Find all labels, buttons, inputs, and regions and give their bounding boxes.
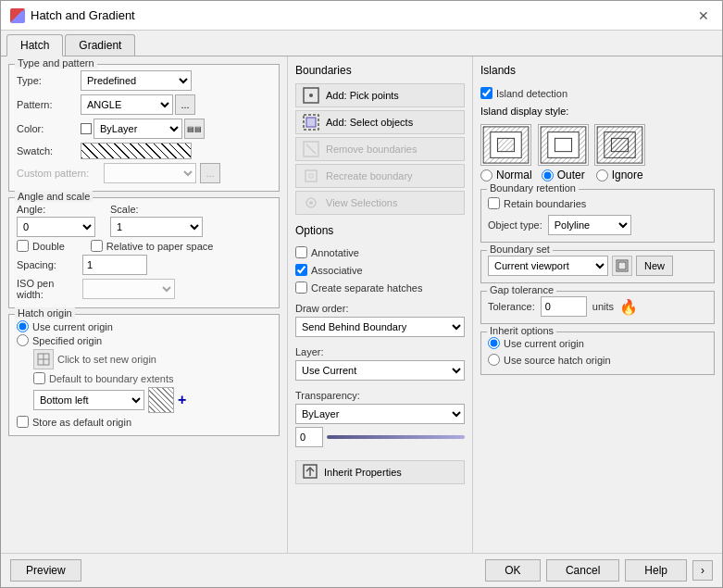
object-type-select[interactable]: Polyline <box>548 215 631 235</box>
transparency-select[interactable]: ByLayer <box>295 404 465 424</box>
main-content: Type and pattern Type: Predefined Patter… <box>1 56 722 553</box>
tab-gradient[interactable]: Gradient <box>65 34 135 56</box>
use-source-hatch-radio-row: Use source hatch origin <box>488 354 707 366</box>
add-select-label: Add: Select objects <box>326 117 413 128</box>
boundary-set-select[interactable]: Current viewport <box>488 256 608 276</box>
dialog: Hatch and Gradient ✕ Hatch Gradient Type… <box>0 0 723 588</box>
island-normal-preview <box>480 124 531 166</box>
add-pick-label: Add: Pick points <box>326 90 399 101</box>
double-relative-row: Double Relative to paper space <box>17 240 271 252</box>
spacing-input[interactable] <box>82 255 147 275</box>
island-ignore-option: Ignore <box>594 124 645 181</box>
layer-select[interactable]: Use Current <box>295 360 465 381</box>
associative-checkbox[interactable] <box>295 264 307 276</box>
boundary-set-section: Boundary set Current viewport New <box>480 250 715 283</box>
type-row: Type: Predefined <box>17 70 271 91</box>
scroll-right-button[interactable]: › <box>692 560 713 581</box>
pick-points-icon <box>302 86 320 105</box>
normal-label-row: Normal <box>480 169 532 181</box>
cancel-button[interactable]: Cancel <box>546 559 619 582</box>
options-header: Options <box>295 224 465 237</box>
svg-point-10 <box>309 201 313 205</box>
remove-boundaries-icon <box>302 140 320 158</box>
iso-select[interactable] <box>82 279 175 299</box>
recreate-boundary-button[interactable]: Recreate boundary <box>295 164 465 188</box>
store-default-checkbox[interactable] <box>17 416 29 428</box>
draw-order-select[interactable]: Send Behind Boundary <box>295 317 465 337</box>
remove-boundaries-button[interactable]: Remove boundaries <box>295 137 465 161</box>
set-origin-button[interactable] <box>33 349 54 369</box>
island-detection-checkbox[interactable] <box>480 87 492 99</box>
inherit-current-label: Use current origin <box>504 338 584 349</box>
use-current-radio-row: Use current origin <box>17 320 271 332</box>
help-button[interactable]: Help <box>625 559 687 582</box>
relative-checkbox[interactable] <box>91 240 103 252</box>
middle-panel: Boundaries Add: Pick points <box>288 56 473 553</box>
type-pattern-section: Type and pattern Type: Predefined Patter… <box>8 64 280 192</box>
retain-boundaries-label: Retain boundaries <box>504 198 586 209</box>
recreate-boundary-icon <box>302 167 320 185</box>
custom-pattern-select[interactable] <box>104 163 196 183</box>
double-label: Double <box>32 241 65 252</box>
close-button[interactable]: ✕ <box>694 6 713 25</box>
color-extra-button[interactable]: ▤▤ <box>184 119 205 139</box>
add-pick-points-button[interactable]: Add: Pick points <box>295 83 465 107</box>
transparency-value-input[interactable] <box>295 427 323 447</box>
app-icon <box>10 8 25 23</box>
swatch-label: Swatch: <box>17 145 77 156</box>
angle-select[interactable]: 0 <box>17 217 95 237</box>
add-select-objects-button[interactable]: Add: Select objects <box>295 110 465 134</box>
specified-radio[interactable] <box>17 334 29 346</box>
normal-label: Normal <box>496 169 532 181</box>
islands-section: Islands Island detection Island display … <box>480 64 715 181</box>
island-ignore-preview <box>594 124 645 166</box>
preview-button[interactable]: Preview <box>10 559 81 582</box>
layer-section: Layer: Use Current <box>295 346 465 381</box>
store-default-row: Store as default origin <box>17 416 271 428</box>
click-set-origin-row: Click to set new origin <box>33 349 271 369</box>
default-extents-checkbox[interactable] <box>33 372 45 384</box>
scale-label: Scale: <box>110 204 203 215</box>
pattern-select[interactable]: ANGLE <box>81 94 173 115</box>
spacing-row: Spacing: <box>17 255 271 275</box>
dialog-title: Hatch and Gradient <box>31 8 135 22</box>
relative-label: Relative to paper space <box>106 241 214 252</box>
left-panel: Type and pattern Type: Predefined Patter… <box>1 56 288 553</box>
ignore-radio[interactable] <box>596 169 608 181</box>
retain-boundaries-checkbox[interactable] <box>488 197 500 209</box>
custom-pattern-browse[interactable]: ... <box>200 163 220 183</box>
layer-label: Layer: <box>295 346 465 357</box>
specified-radio-row: Specified origin <box>17 334 271 346</box>
outer-radio[interactable] <box>542 169 554 181</box>
inherit-source-radio[interactable] <box>488 354 500 366</box>
custom-pattern-row: Custom pattern: ... <box>17 163 271 183</box>
tolerance-input[interactable] <box>541 296 587 317</box>
pattern-browse-button[interactable]: ... <box>175 94 195 115</box>
svg-rect-26 <box>618 262 626 269</box>
tab-hatch[interactable]: Hatch <box>6 34 63 56</box>
pattern-select-group: ANGLE ... <box>81 94 195 115</box>
options-section: Options Annotative Associative Create se… <box>295 224 465 294</box>
create-separate-checkbox[interactable] <box>295 281 307 294</box>
new-boundary-set-button[interactable]: New <box>636 256 673 276</box>
boundary-set-icon-button[interactable] <box>612 256 632 276</box>
type-select[interactable]: Predefined <box>81 70 192 91</box>
ignore-label-row: Ignore <box>596 169 643 181</box>
view-selections-button[interactable]: View Selections <box>295 191 465 215</box>
transparency-slider[interactable] <box>327 435 465 439</box>
create-separate-label: Create separate hatches <box>311 282 422 294</box>
color-select[interactable]: ByLayer <box>93 119 182 139</box>
angle-scale-section: Angle and scale Angle: 0 Scale: 1 <box>8 197 280 308</box>
normal-radio[interactable] <box>480 169 492 181</box>
scale-select[interactable]: 1 <box>110 217 203 237</box>
bottom-left-select[interactable]: Bottom left <box>33 390 144 410</box>
hatch-origin-section: Hatch origin Use current origin Specifie… <box>8 314 280 436</box>
inherit-properties-button[interactable]: Inherit Properties <box>295 460 465 484</box>
annotative-checkbox[interactable] <box>295 246 307 258</box>
double-checkbox[interactable] <box>17 240 29 252</box>
svg-point-4 <box>309 94 313 97</box>
ok-button[interactable]: OK <box>485 559 541 582</box>
inherit-current-radio[interactable] <box>488 337 500 349</box>
use-current-radio[interactable] <box>17 320 29 332</box>
retain-boundaries-row: Retain boundaries <box>488 197 707 209</box>
